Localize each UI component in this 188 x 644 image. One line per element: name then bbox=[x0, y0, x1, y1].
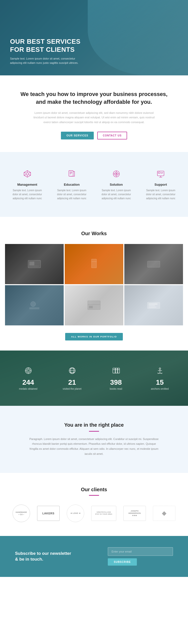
subscribe-button[interactable]: SUBSCRIBE bbox=[108, 558, 137, 566]
stat-books: 398 books read bbox=[97, 366, 135, 390]
work-image-4 bbox=[5, 285, 64, 325]
svg-point-0 bbox=[26, 173, 29, 175]
client-logo-5: Joseph HENDERSON ★★★ bbox=[123, 506, 146, 521]
client-logo-4-text: GREATEVILLAGE STAY IN YOUR AREA bbox=[95, 511, 112, 515]
books-label: books read bbox=[110, 387, 122, 390]
contact-us-button[interactable]: CONTACT US bbox=[97, 132, 127, 139]
client-logo-3-text: ★ LOGO ★ bbox=[70, 512, 81, 514]
client-logo-6-text: ◆ bbox=[162, 510, 166, 517]
svg-line-3 bbox=[24, 172, 26, 173]
hero-subtitle: Sample text. Lorem ipsum dolor sit amet,… bbox=[10, 57, 85, 65]
svg-line-5 bbox=[29, 172, 31, 173]
medals-label: medals obtained bbox=[19, 387, 37, 390]
hero-section: OUR BEST SERVICES FOR BEST CLIENTS Sampl… bbox=[0, 0, 188, 75]
work-item-2[interactable] bbox=[65, 244, 123, 284]
medals-icon bbox=[24, 366, 33, 377]
svg-rect-34 bbox=[89, 306, 93, 308]
svg-point-17 bbox=[116, 173, 117, 175]
support-icon bbox=[155, 168, 166, 180]
planet-label: visited the planet bbox=[63, 387, 81, 390]
portfolio-button[interactable]: ALL WORKS IN OUR PORTFOLIO bbox=[65, 333, 123, 340]
hero-content: OUR BEST SERVICES FOR BEST CLIENTS Sampl… bbox=[10, 38, 85, 65]
client-logo-3: ★ LOGO ★ bbox=[67, 505, 84, 522]
intro-section: We teach you how to improve your busines… bbox=[0, 75, 188, 152]
work-item-3[interactable] bbox=[124, 244, 183, 284]
books-icon bbox=[112, 366, 121, 377]
anchors-number: 15 bbox=[156, 379, 164, 386]
work-image-3 bbox=[124, 244, 183, 284]
work-item-4[interactable] bbox=[5, 285, 64, 325]
newsletter-form: SUBSCRIBE bbox=[108, 547, 173, 566]
work-image-2 bbox=[65, 244, 123, 284]
svg-rect-27 bbox=[91, 259, 97, 268]
education-icon bbox=[66, 168, 77, 180]
right-place-section: You are in the right place Paragraph. Lo… bbox=[0, 406, 188, 473]
features-grid: Management Sample text. Lorem ipsum dolo… bbox=[8, 166, 180, 203]
svg-rect-36 bbox=[149, 304, 157, 305]
newsletter-email-input[interactable] bbox=[108, 547, 173, 556]
clients-title: Our clients bbox=[8, 487, 180, 492]
work-item-6[interactable] bbox=[124, 285, 183, 325]
svg-rect-38 bbox=[149, 307, 156, 308]
newsletter-text: Subscribe to our newsletter & be in touc… bbox=[15, 551, 71, 563]
anchors-icon bbox=[155, 366, 164, 377]
work-image-5 bbox=[65, 285, 123, 325]
feature-support-desc: Sample text. Lorem ipsum dolor sit amet,… bbox=[144, 188, 178, 201]
feature-management-desc: Sample text. Lorem ipsum dolor sit amet,… bbox=[10, 188, 45, 201]
svg-point-41 bbox=[27, 370, 29, 372]
work-item-5[interactable] bbox=[65, 285, 123, 325]
planet-number: 21 bbox=[68, 379, 76, 386]
management-icon bbox=[22, 168, 33, 180]
stats-grid: 244 medals obtained 21 visited the plane… bbox=[9, 366, 179, 390]
features-section: Management Sample text. Lorem ipsum dolo… bbox=[0, 152, 188, 217]
svg-rect-7 bbox=[69, 171, 73, 176]
planet-icon bbox=[68, 366, 77, 377]
our-services-button[interactable]: OUR SERVICES bbox=[61, 132, 94, 139]
svg-rect-29 bbox=[147, 261, 160, 267]
hero-title: OUR BEST SERVICES FOR BEST CLIENTS bbox=[10, 38, 85, 53]
feature-solution-title: Solution bbox=[99, 183, 134, 186]
client-logo-1-text: HANDMADE • CO • bbox=[16, 511, 27, 516]
client-logo-4: GREATEVILLAGE STAY IN YOUR AREA bbox=[91, 506, 116, 521]
intro-buttons: OUR SERVICES CONTACT US bbox=[20, 132, 168, 139]
feature-education-desc: Sample text. Lorem ipsum dolor sit amet,… bbox=[55, 188, 89, 201]
feature-solution: Solution Sample text. Lorem ipsum dolor … bbox=[97, 166, 136, 203]
newsletter-section: Subscribe to our newsletter & be in touc… bbox=[0, 536, 188, 577]
works-title: Our Works bbox=[5, 231, 183, 236]
clients-divider bbox=[89, 495, 99, 496]
stats-section: 244 medals obtained 21 visited the plane… bbox=[0, 351, 188, 406]
works-grid bbox=[5, 244, 183, 325]
feature-management: Management Sample text. Lorem ipsum dolo… bbox=[8, 166, 47, 203]
feature-solution-desc: Sample text. Lorem ipsum dolor sit amet,… bbox=[99, 188, 134, 201]
stat-anchors: 15 anchors omitted bbox=[140, 366, 179, 390]
medals-number: 244 bbox=[22, 379, 34, 386]
right-place-title: You are in the right place bbox=[20, 422, 168, 428]
work-item-1[interactable] bbox=[5, 244, 64, 284]
feature-education: Education Sample text. Lorem ipsum dolor… bbox=[52, 166, 92, 203]
books-number: 398 bbox=[110, 379, 122, 386]
work-image-1 bbox=[5, 244, 64, 284]
svg-rect-37 bbox=[149, 305, 155, 306]
anchors-label: anchors omitted bbox=[151, 387, 169, 390]
feature-support-title: Support bbox=[144, 183, 178, 186]
stat-planet: 21 visited the planet bbox=[53, 366, 91, 390]
client-logo-2-text: LAKERS bbox=[42, 512, 54, 515]
svg-point-30 bbox=[31, 302, 36, 307]
feature-support: Support Sample text. Lorem ipsum dolor s… bbox=[141, 166, 181, 203]
feature-education-title: Education bbox=[55, 183, 89, 186]
clients-section: Our clients HANDMADE • CO • LAKERS ★ LOG… bbox=[0, 473, 188, 536]
svg-line-4 bbox=[29, 175, 31, 175]
svg-rect-25 bbox=[29, 262, 34, 265]
intro-body: Lorem ipsum dolor sit amet, consectetuer… bbox=[31, 111, 157, 125]
svg-line-6 bbox=[24, 175, 26, 175]
solution-icon bbox=[111, 168, 122, 180]
client-logo-5-text: Joseph HENDERSON ★★★ bbox=[128, 510, 141, 517]
stat-medals: 244 medals obtained bbox=[9, 366, 48, 390]
clients-grid: HANDMADE • CO • LAKERS ★ LOGO ★ GREATEVI… bbox=[8, 505, 180, 522]
right-place-divider bbox=[89, 431, 99, 432]
client-logo-1: HANDMADE • CO • bbox=[13, 505, 30, 522]
works-btn-wrap: ALL WORKS IN OUR PORTFOLIO bbox=[5, 333, 183, 340]
work-image-6 bbox=[124, 285, 183, 325]
svg-point-55 bbox=[159, 368, 161, 369]
intro-heading: We teach you how to improve your busines… bbox=[20, 90, 168, 106]
